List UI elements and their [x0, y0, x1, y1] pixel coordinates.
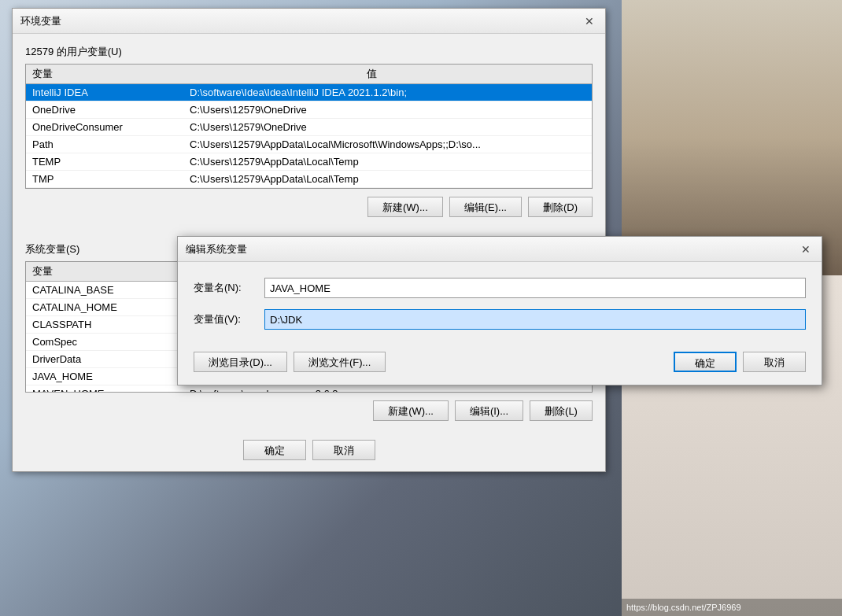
- val-cell: C:\Users\12579\OneDrive: [183, 101, 592, 119]
- sys-new-button[interactable]: 新建(W)...: [373, 400, 449, 421]
- sys-delete-button[interactable]: 删除(L): [530, 400, 593, 421]
- val-cell: D:\software\apache-maven-3.6.3: [183, 385, 592, 393]
- env-ok-button[interactable]: 确定: [243, 440, 306, 460]
- val-cell: C:\Users\12579\OneDrive: [183, 119, 592, 136]
- edit-dialog-title: 编辑系统变量: [186, 242, 247, 256]
- table-row[interactable]: TEMPC:\Users\12579\AppData\Local\Temp: [26, 153, 592, 171]
- val-cell: C:\Users\12579\AppData\Local\Temp: [183, 171, 592, 188]
- edit-cancel-button[interactable]: 取消: [743, 352, 806, 372]
- val-cell: C:\Users\12579\AppData\Local\Temp: [183, 153, 592, 171]
- user-col-val-header: 值: [360, 65, 592, 84]
- url-bar: https://blog.csdn.net/ZPJ6969: [622, 599, 842, 616]
- var-cell: OneDrive: [26, 101, 183, 119]
- edit-dialog-content: 变量名(N): 变量值(V):: [178, 262, 822, 352]
- env-dialog-title: 环境变量: [20, 14, 61, 28]
- env-cancel-button[interactable]: 取消: [312, 440, 375, 460]
- var-cell: CATALINA_BASE: [26, 282, 183, 299]
- user-var-table: 变量 值: [26, 65, 592, 84]
- var-cell: ComSpec: [26, 334, 183, 351]
- user-col-var-header: 变量: [26, 65, 360, 84]
- user-table-scroll[interactable]: IntelliJ IDEAD:\software\Idea\Idea\Intel…: [26, 84, 592, 188]
- user-new-button[interactable]: 新建(W)...: [367, 197, 443, 217]
- edit-ok-button[interactable]: 确定: [674, 352, 737, 372]
- user-var-data-table: IntelliJ IDEAD:\software\Idea\Idea\Intel…: [26, 84, 592, 188]
- var-cell: OneDriveConsumer: [26, 119, 183, 136]
- val-cell: C:\Users\12579\AppData\Local\Microsoft\W…: [183, 136, 592, 153]
- var-cell: CATALINA_HOME: [26, 299, 183, 316]
- var-cell: Path: [26, 136, 183, 153]
- var-cell: TEMP: [26, 153, 183, 171]
- var-name-row: 变量名(N):: [194, 278, 806, 298]
- table-row[interactable]: TMPC:\Users\12579\AppData\Local\Temp: [26, 171, 592, 188]
- browse-file-button[interactable]: 浏览文件(F)...: [294, 352, 386, 372]
- edit-system-variable-dialog: 编辑系统变量 ✕ 变量名(N): 变量值(V): 浏览目录(D)... 浏览文件…: [177, 236, 822, 385]
- var-value-input[interactable]: [264, 309, 806, 330]
- user-action-buttons: 新建(W)... 编辑(E)... 删除(D): [25, 197, 593, 217]
- edit-ok-cancel-buttons: 确定 取消: [674, 352, 806, 372]
- table-row[interactable]: OneDriveC:\Users\12579\OneDrive: [26, 101, 592, 119]
- table-row[interactable]: IntelliJ IDEAD:\software\Idea\Idea\Intel…: [26, 84, 592, 101]
- user-delete-button[interactable]: 删除(D): [528, 197, 593, 217]
- var-value-row: 变量值(V):: [194, 309, 806, 330]
- browse-dir-button[interactable]: 浏览目录(D)...: [194, 352, 287, 372]
- user-section-label: 12579 的用户变量(U): [25, 45, 593, 59]
- user-var-table-container: 变量 值 IntelliJ IDEAD:\software\Idea\Idea\…: [25, 64, 593, 189]
- var-name-input[interactable]: [264, 278, 806, 298]
- url-text: https://blog.csdn.net/ZPJ6969: [626, 603, 741, 612]
- edit-dialog-titlebar: 编辑系统变量 ✕: [178, 237, 822, 262]
- env-dialog-bottom: 确定 取消: [13, 432, 605, 471]
- edit-dialog-close-button[interactable]: ✕: [798, 242, 814, 257]
- var-cell: TMP: [26, 171, 183, 188]
- val-cell: D:\software\Idea\Idea\IntelliJ IDEA 2021…: [183, 84, 592, 101]
- var-cell: CLASSPATH: [26, 316, 183, 334]
- var-name-label: 变量名(N):: [194, 281, 264, 295]
- edit-browse-buttons: 浏览目录(D)... 浏览文件(F)...: [194, 352, 386, 372]
- table-row[interactable]: MAVEN_HOMED:\software\apache-maven-3.6.3: [26, 385, 592, 393]
- var-cell: DriverData: [26, 351, 183, 368]
- env-dialog-titlebar: 环境变量 ✕: [13, 9, 605, 34]
- table-row[interactable]: OneDriveConsumerC:\Users\12579\OneDrive: [26, 119, 592, 136]
- var-cell: MAVEN_HOME: [26, 385, 183, 393]
- env-dialog-content: 12579 的用户变量(U) 变量 值 IntelliJ IDEAD:\soft…: [13, 34, 605, 228]
- edit-dialog-footer: 浏览目录(D)... 浏览文件(F)... 确定 取消: [178, 352, 822, 385]
- sys-edit-button[interactable]: 编辑(I)...: [455, 400, 523, 421]
- var-cell: IntelliJ IDEA: [26, 84, 183, 101]
- bg-horse-area: [622, 0, 842, 275]
- sys-action-buttons: 新建(W)... 编辑(I)... 删除(L): [25, 400, 593, 421]
- env-dialog-close-button[interactable]: ✕: [582, 13, 597, 29]
- user-edit-button[interactable]: 编辑(E)...: [449, 197, 522, 217]
- var-value-label: 变量值(V):: [194, 312, 264, 326]
- table-row[interactable]: PathC:\Users\12579\AppData\Local\Microso…: [26, 136, 592, 153]
- var-cell: JAVA_HOME: [26, 368, 183, 385]
